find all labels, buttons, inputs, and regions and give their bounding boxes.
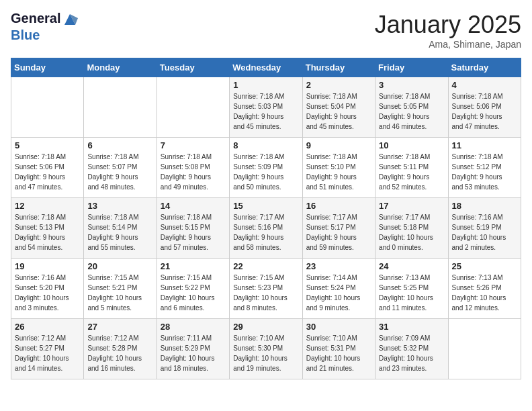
day-number: 26: [15, 322, 80, 332]
day-info: Sunrise: 7:18 AM Sunset: 5:09 PM Dayligh…: [233, 152, 298, 192]
day-number: 14: [161, 201, 226, 211]
calendar-cell: 8Sunrise: 7:18 AM Sunset: 5:09 PM Daylig…: [230, 138, 302, 198]
calendar-cell: 1Sunrise: 7:18 AM Sunset: 5:03 PM Daylig…: [230, 77, 302, 138]
day-info: Sunrise: 7:16 AM Sunset: 5:20 PM Dayligh…: [15, 273, 80, 313]
day-number: 9: [306, 140, 371, 150]
calendar-cell: 15Sunrise: 7:17 AM Sunset: 5:16 PM Dayli…: [230, 198, 302, 259]
day-number: 7: [161, 140, 226, 150]
calendar-cell: 5Sunrise: 7:18 AM Sunset: 5:06 PM Daylig…: [11, 138, 84, 198]
calendar-cell: 26Sunrise: 7:12 AM Sunset: 5:27 PM Dayli…: [11, 319, 84, 379]
calendar-cell: 21Sunrise: 7:15 AM Sunset: 5:22 PM Dayli…: [157, 259, 229, 319]
day-number: 15: [233, 201, 298, 211]
day-info: Sunrise: 7:15 AM Sunset: 5:23 PM Dayligh…: [233, 273, 298, 313]
day-number: 29: [233, 322, 298, 332]
day-number: 1: [233, 80, 298, 90]
day-number: 13: [87, 201, 152, 211]
day-info: Sunrise: 7:18 AM Sunset: 5:15 PM Dayligh…: [161, 212, 226, 253]
calendar-cell: 24Sunrise: 7:13 AM Sunset: 5:25 PM Dayli…: [375, 259, 448, 319]
day-info: Sunrise: 7:18 AM Sunset: 5:12 PM Dayligh…: [452, 152, 517, 192]
logo-icon: [62, 11, 78, 28]
calendar-cell: 29Sunrise: 7:10 AM Sunset: 5:30 PM Dayli…: [230, 319, 302, 379]
day-number: 21: [161, 261, 226, 271]
day-info: Sunrise: 7:10 AM Sunset: 5:31 PM Dayligh…: [306, 333, 371, 373]
calendar-cell: [448, 319, 521, 379]
day-number: 3: [379, 80, 444, 90]
day-info: Sunrise: 7:18 AM Sunset: 5:13 PM Dayligh…: [15, 212, 80, 253]
calendar-cell: 4Sunrise: 7:18 AM Sunset: 5:06 PM Daylig…: [448, 77, 521, 138]
calendar-header-saturday: Saturday: [448, 58, 521, 77]
calendar-cell: [11, 77, 84, 138]
calendar-table: SundayMondayTuesdayWednesdayThursdayFrid…: [11, 58, 521, 379]
calendar-cell: 3Sunrise: 7:18 AM Sunset: 5:05 PM Daylig…: [375, 77, 448, 138]
calendar-cell: 6Sunrise: 7:18 AM Sunset: 5:07 PM Daylig…: [84, 138, 157, 198]
calendar-cell: 7Sunrise: 7:18 AM Sunset: 5:08 PM Daylig…: [157, 138, 229, 198]
calendar-header-wednesday: Wednesday: [230, 58, 302, 77]
calendar-week-row: 26Sunrise: 7:12 AM Sunset: 5:27 PM Dayli…: [11, 319, 521, 379]
calendar-cell: 16Sunrise: 7:17 AM Sunset: 5:17 PM Dayli…: [302, 198, 375, 259]
day-info: Sunrise: 7:16 AM Sunset: 5:19 PM Dayligh…: [452, 212, 517, 253]
calendar-cell: 22Sunrise: 7:15 AM Sunset: 5:23 PM Dayli…: [230, 259, 302, 319]
day-info: Sunrise: 7:10 AM Sunset: 5:30 PM Dayligh…: [233, 333, 298, 373]
calendar-cell: 17Sunrise: 7:17 AM Sunset: 5:18 PM Dayli…: [375, 198, 448, 259]
day-number: 12: [15, 201, 80, 211]
calendar-week-row: 12Sunrise: 7:18 AM Sunset: 5:13 PM Dayli…: [11, 198, 521, 259]
calendar-week-row: 1Sunrise: 7:18 AM Sunset: 5:03 PM Daylig…: [11, 77, 521, 138]
calendar-cell: 12Sunrise: 7:18 AM Sunset: 5:13 PM Dayli…: [11, 198, 84, 259]
calendar-cell: 14Sunrise: 7:18 AM Sunset: 5:15 PM Dayli…: [157, 198, 229, 259]
calendar-cell: 10Sunrise: 7:18 AM Sunset: 5:11 PM Dayli…: [375, 138, 448, 198]
day-info: Sunrise: 7:15 AM Sunset: 5:22 PM Dayligh…: [161, 273, 226, 313]
calendar-header-thursday: Thursday: [302, 58, 375, 77]
day-info: Sunrise: 7:13 AM Sunset: 5:25 PM Dayligh…: [379, 273, 444, 313]
day-number: 11: [452, 140, 517, 150]
calendar-cell: [84, 77, 157, 138]
day-info: Sunrise: 7:17 AM Sunset: 5:16 PM Dayligh…: [233, 212, 298, 253]
day-info: Sunrise: 7:18 AM Sunset: 5:10 PM Dayligh…: [306, 152, 371, 192]
day-info: Sunrise: 7:17 AM Sunset: 5:17 PM Dayligh…: [306, 212, 371, 253]
calendar-cell: 9Sunrise: 7:18 AM Sunset: 5:10 PM Daylig…: [302, 138, 375, 198]
page-header: General Blue January 2025 Ama, Shimane, …: [11, 11, 521, 50]
calendar-week-row: 19Sunrise: 7:16 AM Sunset: 5:20 PM Dayli…: [11, 259, 521, 319]
calendar-cell: [157, 77, 229, 138]
day-number: 18: [452, 201, 517, 211]
calendar-cell: 18Sunrise: 7:16 AM Sunset: 5:19 PM Dayli…: [448, 198, 521, 259]
day-info: Sunrise: 7:18 AM Sunset: 5:06 PM Dayligh…: [15, 152, 80, 192]
day-number: 31: [379, 322, 444, 332]
day-info: Sunrise: 7:18 AM Sunset: 5:04 PM Dayligh…: [306, 91, 371, 132]
logo-general: General: [11, 11, 60, 26]
day-info: Sunrise: 7:17 AM Sunset: 5:18 PM Dayligh…: [379, 212, 444, 253]
day-number: 27: [87, 322, 152, 332]
day-number: 22: [233, 261, 298, 271]
location: Ama, Shimane, Japan: [375, 39, 521, 50]
day-number: 28: [161, 322, 226, 332]
day-number: 5: [15, 140, 80, 150]
calendar-week-row: 5Sunrise: 7:18 AM Sunset: 5:06 PM Daylig…: [11, 138, 521, 198]
day-info: Sunrise: 7:11 AM Sunset: 5:29 PM Dayligh…: [161, 333, 226, 373]
day-number: 17: [379, 201, 444, 211]
day-info: Sunrise: 7:12 AM Sunset: 5:28 PM Dayligh…: [87, 333, 152, 373]
calendar-cell: 31Sunrise: 7:09 AM Sunset: 5:32 PM Dayli…: [375, 319, 448, 379]
title-block: January 2025 Ama, Shimane, Japan: [375, 11, 521, 50]
logo-blue: Blue: [11, 28, 78, 42]
logo: General Blue: [11, 11, 78, 42]
day-info: Sunrise: 7:09 AM Sunset: 5:32 PM Dayligh…: [379, 333, 444, 373]
day-number: 4: [452, 80, 517, 90]
day-info: Sunrise: 7:18 AM Sunset: 5:11 PM Dayligh…: [379, 152, 444, 192]
calendar-cell: 30Sunrise: 7:10 AM Sunset: 5:31 PM Dayli…: [302, 319, 375, 379]
calendar-header-sunday: Sunday: [11, 58, 84, 77]
calendar-header-friday: Friday: [375, 58, 448, 77]
calendar-header-monday: Monday: [84, 58, 157, 77]
day-info: Sunrise: 7:15 AM Sunset: 5:21 PM Dayligh…: [87, 273, 152, 313]
day-number: 25: [452, 261, 517, 271]
day-number: 6: [87, 140, 152, 150]
calendar-cell: 27Sunrise: 7:12 AM Sunset: 5:28 PM Dayli…: [84, 319, 157, 379]
calendar-cell: 2Sunrise: 7:18 AM Sunset: 5:04 PM Daylig…: [302, 77, 375, 138]
day-info: Sunrise: 7:14 AM Sunset: 5:24 PM Dayligh…: [306, 273, 371, 313]
calendar-cell: 11Sunrise: 7:18 AM Sunset: 5:12 PM Dayli…: [448, 138, 521, 198]
calendar-cell: 13Sunrise: 7:18 AM Sunset: 5:14 PM Dayli…: [84, 198, 157, 259]
day-info: Sunrise: 7:18 AM Sunset: 5:06 PM Dayligh…: [452, 91, 517, 132]
day-number: 24: [379, 261, 444, 271]
day-number: 10: [379, 140, 444, 150]
day-info: Sunrise: 7:18 AM Sunset: 5:05 PM Dayligh…: [379, 91, 444, 132]
day-number: 2: [306, 80, 371, 90]
month-title: January 2025: [375, 11, 521, 39]
